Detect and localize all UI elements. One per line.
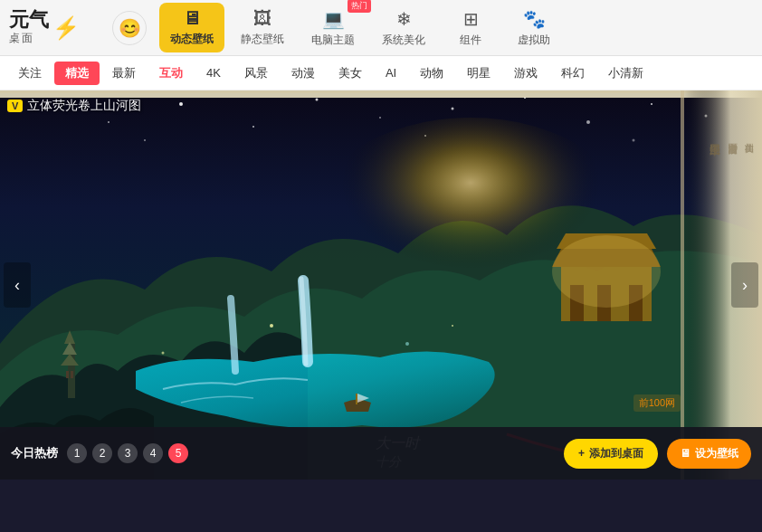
static-icon: 🖼: [253, 8, 271, 29]
trending-label: 今日热榜: [11, 445, 58, 461]
svg-rect-34: [681, 90, 684, 480]
add-icon: +: [578, 447, 585, 460]
tab-animal[interactable]: 动物: [409, 62, 454, 85]
page-dot-1[interactable]: 1: [67, 443, 87, 463]
nav-beauty-btn[interactable]: ❄ 系统美化: [371, 3, 436, 53]
page-dots: 1 2 3 4 5: [67, 443, 188, 463]
svg-point-4: [252, 126, 254, 128]
nav-widget-btn[interactable]: ⊞ 组件: [442, 3, 500, 53]
tab-featured[interactable]: 精选: [54, 62, 100, 85]
nav-theme-btn[interactable]: 💻 电脑主题 热门: [300, 3, 366, 53]
svg-point-10: [651, 103, 652, 105]
svg-point-14: [633, 139, 635, 142]
svg-point-41: [270, 324, 273, 328]
tab-beauty2[interactable]: 美女: [328, 62, 373, 85]
tab-latest[interactable]: 最新: [101, 62, 147, 85]
add-to-desktop-button[interactable]: + 添加到桌面: [564, 439, 658, 469]
top-nav-bar: 元气 桌面 ⚡ 😊 🖥 动态壁纸 🖼 静态壁纸 💻 电脑主题 热门 ❄ 系统美化…: [0, 0, 762, 56]
svg-point-2: [108, 121, 110, 123]
beauty-icon: ❄: [396, 8, 412, 30]
svg-point-5: [316, 99, 319, 101]
tab-star[interactable]: 明星: [456, 62, 501, 85]
svg-point-6: [379, 117, 381, 119]
svg-point-28: [552, 235, 661, 308]
tab-interactive[interactable]: 互动: [148, 62, 194, 85]
tab-cute[interactable]: 小清新: [597, 62, 654, 85]
svg-point-42: [162, 352, 165, 355]
logo-text: 元气: [9, 9, 49, 31]
tab-ai[interactable]: AI: [375, 62, 407, 83]
svg-point-12: [144, 139, 146, 141]
prev-arrow[interactable]: ‹: [4, 262, 31, 308]
dynamic-label: 动态壁纸: [170, 32, 214, 47]
svg-rect-32: [0, 90, 762, 93]
wallpaper-title-text: 立体荧光卷上山河图: [27, 98, 141, 114]
page-dot-2[interactable]: 2: [92, 443, 112, 463]
svg-rect-20: [66, 371, 69, 378]
page-dot-4[interactable]: 4: [143, 443, 163, 463]
bottom-bar: 今日热榜 1 2 3 4 5 前100网 + 添加到桌面 🖥 设为壁纸: [0, 427, 762, 480]
right-chevron-icon: ›: [742, 276, 748, 295]
tab-follow[interactable]: 关注: [7, 62, 52, 85]
theme-icon: 💻: [322, 8, 345, 30]
set-icon: 🖥: [680, 447, 691, 460]
widget-label: 组件: [460, 33, 481, 48]
watermark-label: 前100网: [633, 394, 681, 412]
tab-game[interactable]: 游戏: [503, 62, 548, 85]
svg-rect-21: [71, 371, 73, 378]
v-badge: V: [7, 100, 23, 112]
svg-point-3: [179, 102, 183, 106]
widget-icon: ⊞: [463, 8, 479, 30]
tab-4k[interactable]: 4K: [195, 62, 232, 83]
hot-badge: 热门: [348, 0, 371, 13]
tab-anime[interactable]: 动漫: [281, 62, 326, 85]
face-icon: 😊: [119, 17, 141, 39]
static-label: 静态壁纸: [241, 32, 284, 47]
set-wallpaper-button[interactable]: 🖥 设为壁纸: [667, 439, 751, 469]
page-dot-5[interactable]: 5: [168, 443, 188, 463]
nav-virtual-btn[interactable]: 🐾 虚拟助: [505, 3, 563, 53]
beauty-label: 系统美化: [382, 33, 425, 48]
wallpaper-container: 千里江山图景 烟波浩渺万古情 山川壮美 大一时 十分 V 立体荧光卷上山河图 ‹…: [0, 90, 762, 480]
tab-scifi[interactable]: 科幻: [550, 62, 595, 85]
nav-dynamic-btn[interactable]: 🖥 动态壁纸: [159, 3, 224, 52]
svg-point-43: [405, 342, 409, 346]
svg-point-7: [452, 108, 454, 110]
page-dot-3[interactable]: 3: [118, 443, 138, 463]
svg-rect-29: [356, 394, 357, 404]
next-arrow[interactable]: ›: [731, 262, 758, 308]
wallpaper-title-bar: V 立体荧光卷上山河图: [7, 98, 141, 114]
face-button[interactable]: 😊: [112, 11, 147, 45]
theme-label: 电脑主题: [311, 33, 355, 48]
svg-point-44: [452, 325, 453, 327]
virtual-icon: 🐾: [523, 8, 546, 30]
svg-point-9: [586, 120, 590, 124]
dynamic-icon: 🖥: [183, 8, 201, 29]
logo-sub: 桌面: [9, 31, 34, 46]
tab-landscape[interactable]: 风景: [233, 62, 279, 85]
left-chevron-icon: ‹: [14, 276, 20, 295]
virtual-label: 虚拟助: [518, 33, 550, 48]
logo-area: 元气 桌面 ⚡: [9, 9, 100, 46]
category-tabs: 关注 精选 最新 互动 4K 风景 动漫 美女 AI 动物 明星 游戏 科幻 小…: [0, 56, 762, 90]
nav-static-btn[interactable]: 🖼 静态壁纸: [230, 3, 295, 52]
